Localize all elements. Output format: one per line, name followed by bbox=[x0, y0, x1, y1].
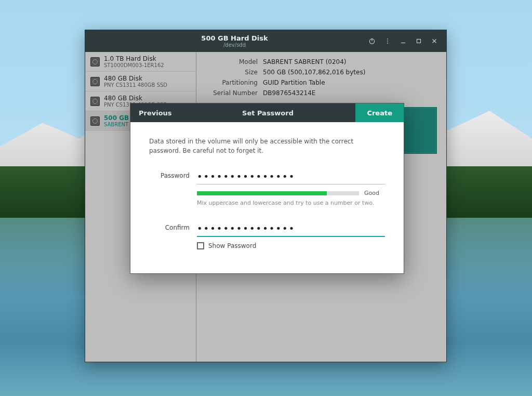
confirm-label: Confirm bbox=[149, 222, 197, 231]
password-input[interactable] bbox=[197, 170, 385, 184]
password-strength-label: Good bbox=[364, 190, 385, 196]
create-button[interactable]: Create bbox=[355, 103, 404, 122]
password-strength-fill bbox=[197, 191, 327, 195]
password-tip: Mix uppercase and lowercase and try to u… bbox=[197, 200, 385, 206]
checkbox-icon bbox=[197, 242, 204, 249]
dialog-description: Data stored in the volume will only be a… bbox=[149, 137, 385, 155]
previous-button[interactable]: Previous bbox=[130, 103, 180, 122]
dialog-header: Previous Set Password Create bbox=[130, 103, 404, 122]
show-password-label: Show Password bbox=[208, 242, 256, 249]
password-label: Password bbox=[149, 170, 197, 179]
password-strength-bar bbox=[197, 191, 359, 195]
confirm-input[interactable] bbox=[197, 222, 385, 237]
dialog-title: Set Password bbox=[180, 109, 356, 117]
show-password-toggle[interactable]: Show Password bbox=[197, 242, 385, 249]
set-password-dialog: Previous Set Password Create Data stored… bbox=[130, 103, 404, 274]
